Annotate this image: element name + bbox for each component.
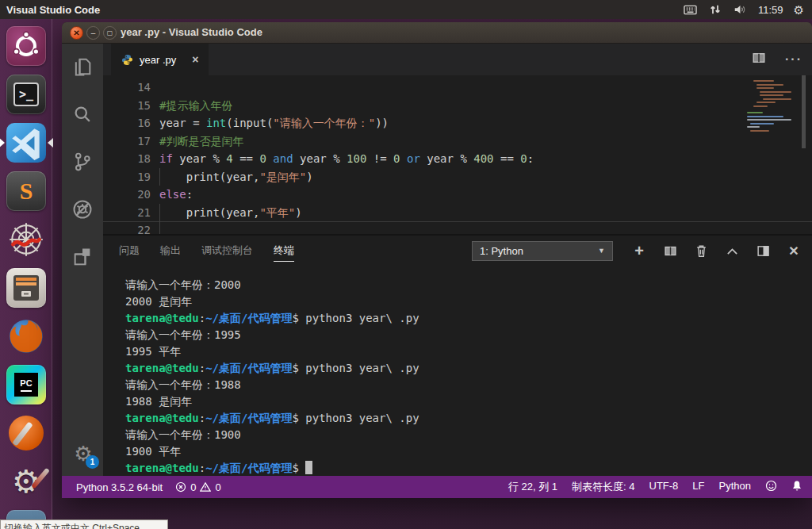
launcher-pycharm[interactable]: PC bbox=[6, 365, 46, 404]
panel-actions: + bbox=[632, 243, 801, 258]
minimap-row bbox=[760, 94, 783, 96]
tab-close-icon[interactable]: × bbox=[192, 53, 198, 66]
file-cabinet-icon bbox=[10, 272, 42, 304]
focused-indicator-icon bbox=[48, 138, 53, 148]
launcher-ubuntu[interactable] bbox=[6, 26, 46, 66]
python-file-icon bbox=[121, 54, 133, 66]
terminal-prompt-line: tarena@tedu:~/桌面/代码管理$ python3 year\ .py bbox=[125, 360, 807, 377]
window-maximize-button[interactable]: ▢ bbox=[103, 26, 117, 40]
warning-icon bbox=[200, 481, 211, 493]
window-titlebar[interactable]: ✕ – ▢ year .py - Visual Studio Code bbox=[62, 22, 812, 44]
code-line-18[interactable]: 18if year % 4 == 0 and year % 100 != 0 o… bbox=[103, 150, 812, 168]
status-item[interactable]: 行 22, 列 1 bbox=[508, 480, 557, 494]
launcher-system-settings[interactable]: ⚙ bbox=[6, 462, 46, 501]
problems-status[interactable]: 0 0 bbox=[175, 481, 220, 493]
code-line-14[interactable]: 14 bbox=[103, 79, 812, 97]
maximize-panel-icon[interactable] bbox=[756, 243, 770, 258]
terminal-prompt-line: tarena@tedu:~/桌面/代码管理$ bbox=[125, 460, 807, 476]
search-icon[interactable] bbox=[71, 103, 94, 125]
code-line-20[interactable]: 20else: bbox=[103, 186, 812, 204]
line-number: 18 bbox=[103, 150, 151, 168]
code-text: else: bbox=[159, 186, 193, 204]
terminal-output-line: 请输入一个年份：1988 bbox=[125, 377, 807, 393]
network-updown-icon[interactable] bbox=[708, 2, 722, 17]
maximize-panel-chevron-icon[interactable] bbox=[725, 243, 739, 258]
code-line-22[interactable]: 22 bbox=[103, 221, 812, 234]
terminal-select[interactable]: 1: Python ▼ bbox=[472, 241, 613, 261]
clock[interactable]: 11:59 bbox=[758, 4, 783, 16]
split-editor-icon[interactable] bbox=[752, 52, 766, 67]
chevron-down-icon: ▼ bbox=[598, 247, 605, 255]
launcher-firefox[interactable] bbox=[6, 316, 46, 356]
indent-guide bbox=[159, 221, 160, 234]
code-line-16[interactable]: 16year = int(input("请输入一个年份：")) bbox=[103, 114, 812, 132]
minimap-row bbox=[747, 116, 783, 117]
window-minimize-button[interactable]: – bbox=[86, 26, 100, 40]
close-panel-icon[interactable]: ✕ bbox=[787, 243, 801, 258]
minimap-row bbox=[763, 98, 791, 100]
line-number: 17 bbox=[103, 132, 151, 151]
indent-guide bbox=[159, 204, 160, 222]
kill-terminal-icon[interactable] bbox=[694, 243, 708, 258]
running-indicator-icon bbox=[0, 138, 5, 148]
minimap-row bbox=[753, 80, 774, 82]
editor-lines: 1415#提示输入年份16year = int(input("请输入一个年份："… bbox=[103, 75, 812, 234]
vscode-app-icon bbox=[6, 123, 46, 163]
software-tool-icon bbox=[9, 416, 44, 450]
panel-tab-output[interactable]: 输出 bbox=[160, 240, 181, 261]
source-control-icon[interactable] bbox=[71, 151, 94, 173]
session-gear-icon[interactable]: ⚙ bbox=[794, 4, 804, 16]
code-editor[interactable]: 1415#提示输入年份16year = int(input("请输入一个年份："… bbox=[103, 75, 812, 234]
status-item[interactable]: LF bbox=[692, 480, 704, 494]
terminal-output-line: 请输入一个年份：2000 bbox=[125, 277, 807, 293]
code-line-15[interactable]: 15#提示输入年份 bbox=[103, 97, 812, 115]
feedback-smiley-icon[interactable] bbox=[765, 480, 777, 494]
extensions-icon[interactable] bbox=[71, 246, 94, 268]
notifications-bell-icon[interactable] bbox=[791, 480, 802, 494]
status-item[interactable]: 制表符长度: 4 bbox=[572, 480, 634, 494]
status-item[interactable]: UTF-8 bbox=[649, 480, 679, 494]
sublime-app-icon: S bbox=[20, 178, 33, 205]
terminal-output-line: 1900 平年 bbox=[125, 443, 807, 460]
terminal-output[interactable]: 请输入一个年份：20002000 是闰年tarena@tedu:~/桌面/代码管… bbox=[103, 266, 807, 476]
status-item[interactable]: Python bbox=[719, 480, 751, 494]
new-terminal-icon[interactable]: + bbox=[632, 243, 646, 258]
explorer-icon[interactable] bbox=[71, 56, 94, 78]
panel-tab-debug-console[interactable]: 调试控制台 bbox=[201, 240, 253, 261]
split-terminal-icon[interactable] bbox=[663, 243, 677, 258]
panel-tab-problems[interactable]: 问题 bbox=[119, 240, 140, 261]
terminal-select-value: 1: Python bbox=[480, 245, 523, 257]
settings-gear-icon[interactable]: ⚙ 1 bbox=[71, 442, 95, 466]
volume-icon[interactable] bbox=[733, 2, 748, 17]
terminal-output-line: 2000 是闰年 bbox=[125, 293, 807, 310]
panel-tab-terminal[interactable]: 终端 bbox=[274, 240, 294, 262]
launcher-files[interactable] bbox=[6, 268, 46, 308]
tab-year-py[interactable]: year .py × bbox=[111, 44, 209, 75]
launcher-software-tool[interactable] bbox=[6, 413, 46, 453]
terminal-output-line: 1988 是闰年 bbox=[125, 393, 807, 410]
code-line-19[interactable]: 19 print(year,"是闰年") bbox=[103, 168, 812, 186]
firefox-icon bbox=[6, 316, 46, 356]
code-line-21[interactable]: 21 print(year,"平年") bbox=[103, 204, 812, 222]
panel-tabs: 问题输出调试控制台终端 bbox=[119, 240, 315, 262]
window-close-button[interactable]: ✕ bbox=[70, 26, 83, 40]
launcher-vscode[interactable] bbox=[6, 123, 46, 163]
topbar-app-title: Visual Studio Code bbox=[0, 4, 100, 16]
tab-label: year .py bbox=[140, 54, 176, 66]
minimap[interactable] bbox=[745, 75, 796, 234]
status-bar: Python 3.5.2 64-bit 0 0 行 22, 列 1制表符长度: … bbox=[62, 476, 812, 498]
launcher-web-app[interactable] bbox=[6, 220, 46, 259]
code-line-17[interactable]: 17#判断是否是闰年 bbox=[103, 132, 812, 151]
panel-header: 问题输出调试控制台终端 1: Python ▼ + bbox=[103, 236, 812, 266]
launcher-sublime-text[interactable]: S bbox=[6, 171, 46, 211]
launcher-terminal[interactable]: >_ bbox=[6, 75, 46, 114]
minimap-row bbox=[760, 91, 791, 93]
debug-disabled-icon[interactable] bbox=[71, 198, 94, 220]
settings-update-badge: 1 bbox=[86, 455, 99, 469]
keyboard-indicator-icon[interactable] bbox=[683, 2, 698, 17]
more-actions-icon[interactable]: ··· bbox=[785, 52, 802, 67]
system-tray: 11:59 ⚙ bbox=[683, 2, 812, 17]
editor-scrollbar[interactable] bbox=[802, 75, 806, 148]
minimap-row bbox=[747, 112, 763, 113]
python-interpreter-status[interactable]: Python 3.5.2 64-bit bbox=[76, 481, 163, 493]
